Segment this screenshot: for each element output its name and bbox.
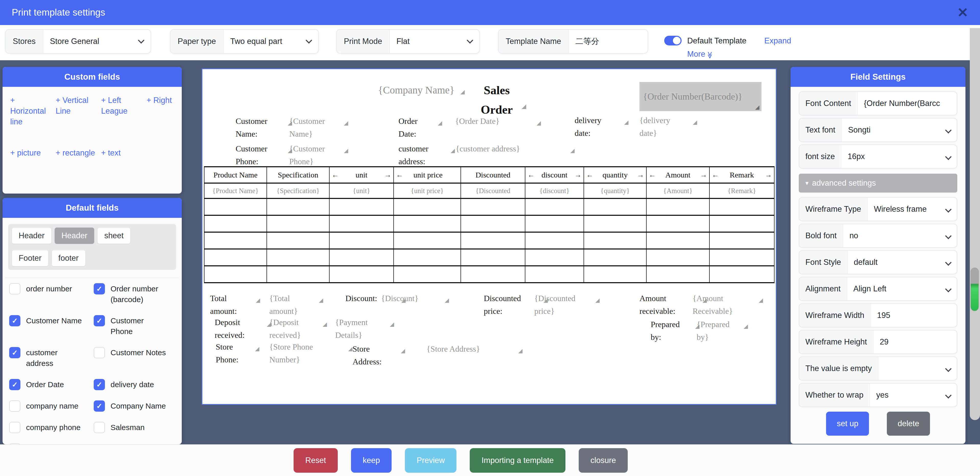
resize-handle-icon[interactable]: ◢ — [319, 294, 323, 307]
resize-handle-icon[interactable]: ◢ — [401, 344, 405, 357]
field-value-order-date[interactable]: {Order Date}◢ — [455, 115, 532, 127]
resize-handle-icon[interactable]: ◢ — [348, 342, 353, 355]
checkbox-delivery-date[interactable]: ✓delivery date — [94, 379, 175, 390]
resize-handle-icon[interactable]: ◢ — [344, 144, 348, 157]
field-value-customer-phone[interactable]: {Customer Phone}◢ — [289, 142, 339, 168]
resize-handle-icon[interactable]: ◢ — [256, 294, 260, 307]
closure-button[interactable]: closure — [579, 448, 628, 473]
tab-sheet-2[interactable]: sheet — [97, 228, 130, 244]
checkbox-unchecked-box[interactable] — [94, 422, 105, 433]
checkbox-checked-icon[interactable]: ✓ — [94, 400, 105, 412]
checkbox-checked-icon[interactable]: ✓ — [9, 347, 21, 358]
checkbox-company-phone[interactable]: company phone — [9, 422, 91, 433]
resize-handle-icon[interactable]: ◢ — [344, 117, 348, 129]
template-name-input[interactable]: Template Name 二等分 — [498, 29, 648, 54]
resize-handle-icon[interactable]: ◢ — [450, 144, 455, 157]
resize-handle-icon[interactable]: ◢ — [624, 116, 628, 129]
keep-button[interactable]: keep — [351, 448, 391, 473]
tab-header-0[interactable]: Header — [12, 228, 52, 244]
resize-handle-icon[interactable]: ◢ — [759, 294, 763, 307]
field-value-prepared-by[interactable]: {Prepared by}◢ — [697, 318, 739, 344]
setting-font-style-select[interactable]: default — [848, 251, 957, 274]
setting-wireframe-type-select[interactable]: Wireless frame — [868, 197, 957, 221]
add-picture-button[interactable]: + picture — [10, 148, 51, 158]
add-vertical-line-button[interactable]: + Vertical Line — [56, 95, 97, 127]
checkbox-unchecked-box[interactable] — [9, 422, 21, 433]
field-value-customer-name[interactable]: {Customer Name}◢ — [289, 115, 339, 140]
add-horizontal-line-button[interactable]: + Horizontal line — [10, 95, 51, 127]
field-label-store-address[interactable]: Store Address:◢ — [353, 342, 396, 368]
checkbox-customer-phone[interactable]: ✓Customer Phone — [94, 315, 175, 337]
field-value-discounted-price[interactable]: {Discounted price}◢ — [534, 292, 590, 317]
field-value-payment-details[interactable]: {Payment Details}◢ — [335, 316, 385, 341]
resize-handle-icon[interactable]: ◢ — [518, 344, 523, 357]
field-value-delivery-date[interactable]: {delivery date}◢ — [640, 114, 688, 139]
checkbox-order-number[interactable]: order number — [9, 283, 91, 305]
expand-link[interactable]: Expand — [764, 36, 791, 45]
delete-button[interactable]: delete — [887, 412, 930, 436]
field-value-discount[interactable]: {Discount}◢ — [381, 292, 440, 305]
setting-alignment-select[interactable]: Align Left — [847, 277, 957, 300]
setting-whether-to-wrap-select[interactable]: yes — [870, 384, 957, 406]
checkbox-unchecked-box[interactable] — [9, 283, 21, 295]
field-label-customer-address[interactable]: customer address:◢ — [398, 142, 446, 168]
setting-font-content-input[interactable]: {Order Number(Barcc — [858, 92, 957, 115]
add-rectangle-button[interactable]: + rectangle — [56, 148, 97, 158]
tab-header-1[interactable]: Header — [55, 228, 94, 244]
set-up-button[interactable]: set up — [826, 412, 869, 436]
setting-wireframe-width-input[interactable]: 195 — [871, 304, 957, 327]
print-mode-select[interactable]: Print Mode Flat — [336, 29, 480, 54]
document-title[interactable]: Sales Order ◢ — [473, 80, 521, 119]
field-value-total-amount[interactable]: {Total amount}◢ — [269, 292, 314, 317]
field-label-delivery-date[interactable]: delivery date:◢ — [574, 114, 619, 139]
setting-bold-font-select[interactable]: no — [843, 224, 957, 247]
resize-handle-icon[interactable]: ◢ — [536, 117, 541, 129]
field-label-deposit-received[interactable]: Deposit received:◢ — [215, 316, 262, 341]
scrollbar-track[interactable] — [970, 28, 980, 420]
order-number-barcode-field[interactable]: {Order Number(Barcode)} ◢ — [640, 82, 762, 111]
setting-text-font-select[interactable]: Songti — [842, 118, 957, 142]
field-label-customer-name[interactable]: Customer Name:◢ — [235, 115, 283, 140]
importing-a-template-button[interactable]: Importing a template — [470, 448, 565, 473]
checkbox-order-date[interactable]: ✓Order Date — [9, 379, 91, 390]
checkbox-checked-icon[interactable]: ✓ — [9, 379, 21, 390]
resize-handle-icon[interactable]: ◢ — [460, 89, 465, 95]
checkbox-order-number-barcode[interactable]: ✓Order number (barcode) — [94, 283, 175, 305]
resize-handle-icon[interactable]: ◢ — [323, 318, 327, 331]
field-value-store-address[interactable]: {Store Address}◢ — [426, 342, 513, 355]
field-label-prepared-by[interactable]: Prepared by:◢ — [651, 318, 690, 344]
advanced-settings-toggle[interactable]: ▾ advanced settings — [799, 174, 957, 193]
checkbox-unchecked-box[interactable] — [94, 347, 105, 358]
resize-handle-icon[interactable]: ◢ — [755, 104, 759, 111]
resize-handle-icon[interactable]: ◢ — [445, 294, 449, 307]
field-label-order-date[interactable]: Order Date:◢ — [398, 115, 433, 140]
stores-select[interactable]: Stores Store General — [5, 29, 151, 54]
checkbox-company-name[interactable]: company name — [9, 400, 91, 412]
resize-handle-icon[interactable]: ◢ — [595, 294, 600, 307]
preview-button[interactable]: Preview — [405, 448, 457, 473]
checkbox-checked-icon[interactable]: ✓ — [94, 283, 105, 295]
add-text-button[interactable]: + text — [101, 148, 142, 158]
scrollbar-thumb[interactable] — [970, 267, 979, 311]
default-template-toggle[interactable] — [664, 36, 682, 45]
reset-button[interactable]: Reset — [294, 448, 338, 473]
paper-type-select[interactable]: Paper type Two equal part — [170, 29, 319, 54]
checkbox-checked-icon[interactable]: ✓ — [94, 315, 105, 326]
more-link[interactable]: More≫ — [687, 49, 713, 59]
setting-the-value-is-empty-select[interactable] — [878, 357, 957, 380]
field-label-total-amount[interactable]: Total amount:◢ — [210, 292, 251, 317]
resize-handle-icon[interactable]: ◢ — [570, 144, 574, 157]
field-value-amount-receivable[interactable]: {Amount Receivable}◢ — [692, 292, 754, 317]
field-value-deposit-received[interactable]: {Deposit received}◢ — [269, 316, 318, 341]
checkbox-customer-name[interactable]: ✓Customer Name — [9, 315, 91, 337]
resize-handle-icon[interactable]: ◢ — [255, 342, 259, 355]
field-label-customer-phone[interactable]: Customer Phone:◢ — [235, 142, 283, 168]
field-label-amount-receivable[interactable]: Amount receivable:◢ — [640, 292, 698, 317]
field-label-store-phone[interactable]: Store Phone:◢ — [216, 341, 250, 366]
tab-footer-4[interactable]: footer — [52, 250, 86, 266]
close-icon[interactable]: ✕ — [957, 6, 968, 19]
checkbox-unchecked-box[interactable] — [9, 400, 21, 412]
resize-handle-icon[interactable]: ◢ — [744, 320, 748, 333]
company-name-placeholder[interactable]: {Company Name} ◢ — [378, 84, 454, 96]
field-label-discounted-price[interactable]: Discounted price:◢ — [484, 292, 539, 317]
